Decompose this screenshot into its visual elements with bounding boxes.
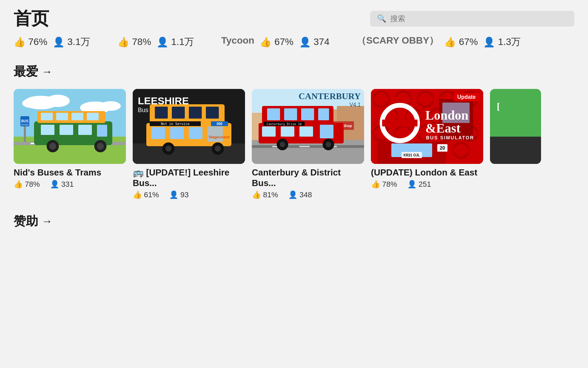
players-leeshire: 93 xyxy=(180,190,189,199)
sponsor-arrow[interactable]: → xyxy=(42,215,52,228)
svg-text:000: 000 xyxy=(217,122,223,126)
like-icon-2: 👍 xyxy=(117,36,129,48)
players-icon-nid: 👤 xyxy=(50,180,59,189)
svg-point-28 xyxy=(97,143,104,150)
svg-point-2 xyxy=(46,95,70,107)
players-icon-canterbury: 👤 xyxy=(288,190,297,199)
like-pct-london: 78% xyxy=(382,180,397,189)
svg-rect-19 xyxy=(71,113,83,120)
svg-point-26 xyxy=(49,143,56,150)
game-stats-canterbury: 👍 81% 👤 348 xyxy=(252,190,364,199)
stat-like-1: 👍 76% xyxy=(14,36,47,48)
game-card-nid[interactable]: BUS STOP xyxy=(14,89,126,199)
svg-rect-38 xyxy=(206,107,219,119)
partial-title-3: Tycoon xyxy=(221,35,254,46)
svg-text:CANTERBURY: CANTERBURY xyxy=(298,91,361,101)
favorites-games-row: BUS STOP xyxy=(0,89,588,199)
svg-text:BUS SIMULATOR: BUS SIMULATOR xyxy=(426,135,474,140)
leeshire-scene: LEESHIRE Bus Simulator xyxy=(133,89,245,164)
search-input[interactable] xyxy=(390,14,568,23)
svg-rect-73 xyxy=(299,126,313,137)
svg-text:[: [ xyxy=(497,101,500,111)
players-london: 251 xyxy=(419,180,431,189)
page-container: 首页 🔍 👍 76% 👤 3.1万 👍 78% 👤 xyxy=(0,0,588,230)
game-stat-like-canterbury: 👍 81% xyxy=(252,190,278,199)
search-icon: 🔍 xyxy=(377,14,386,23)
like-pct-leeshire: 61% xyxy=(144,190,159,199)
players-icon-leeshire: 👤 xyxy=(169,190,178,199)
svg-rect-70 xyxy=(318,108,329,120)
game-thumbnail-london: KR21 OJL 20 London &East BUS SIMULA xyxy=(371,89,483,164)
svg-text:KR21 OJL: KR21 OJL xyxy=(404,153,420,157)
stat-like-4: 👍 67% xyxy=(444,36,478,48)
sponsor-section: 赞助 → xyxy=(0,213,588,230)
top-stat-group-1: 👍 76% 👤 3.1万 xyxy=(14,35,90,48)
sponsor-title: 赞助 xyxy=(14,213,38,230)
players-icon-london: 👤 xyxy=(407,180,416,189)
top-stat-group-3: Tycoon 👍 67% 👤 374 xyxy=(221,35,329,49)
nid-scene: BUS STOP xyxy=(14,89,126,164)
top-stat-group-2: 👍 78% 👤 1.1万 xyxy=(117,35,194,48)
like-icon-1: 👍 xyxy=(14,36,26,48)
svg-rect-22 xyxy=(60,125,73,135)
game-card-london[interactable]: KR21 OJL 20 London &East BUS SIMULA xyxy=(371,89,483,199)
svg-rect-69 xyxy=(301,108,314,120)
svg-text:20: 20 xyxy=(440,145,445,151)
like-icon-leeshire: 👍 xyxy=(133,190,142,199)
stat-players-2: 👤 1.1万 xyxy=(157,35,194,48)
svg-text:&East: &East xyxy=(425,121,461,135)
stat-players-1: 👤 3.1万 xyxy=(53,35,90,48)
svg-rect-42 xyxy=(208,126,223,142)
svg-rect-36 xyxy=(172,107,185,119)
game-stat-players-london: 👤 251 xyxy=(407,180,431,189)
favorites-arrow[interactable]: → xyxy=(42,65,52,78)
like-pct-canterbury: 81% xyxy=(263,190,278,199)
stat-players-4: 👤 1.3万 xyxy=(483,35,521,48)
players-nid: 331 xyxy=(61,180,74,189)
svg-text:Not in Service: Not in Service xyxy=(161,122,190,126)
game-name-leeshire: 🚌 [UPDATE!] Leeshire Bus... xyxy=(133,167,245,188)
game-name-nid: Nid's Buses & Trams xyxy=(14,167,126,178)
stat-like-3: 👍 67% xyxy=(260,36,293,48)
svg-rect-59 xyxy=(299,146,310,147)
game-stat-like-nid: 👍 78% xyxy=(14,180,40,189)
game-stat-like-london: 👍 78% xyxy=(371,180,397,189)
svg-rect-132 xyxy=(490,137,541,164)
svg-rect-87 xyxy=(418,97,433,102)
game-card-partial[interactable]: [ xyxy=(490,89,541,199)
svg-text:Stagecoach: Stagecoach xyxy=(209,135,230,139)
svg-rect-127 xyxy=(382,120,418,126)
sponsor-section-header: 赞助 → xyxy=(14,213,574,230)
svg-text:Canterbury Drive 14: Canterbury Drive 14 xyxy=(267,122,302,126)
svg-point-50 xyxy=(215,145,221,152)
game-thumbnail-leeshire: LEESHIRE Bus Simulator xyxy=(133,89,245,164)
svg-point-3 xyxy=(22,98,43,108)
svg-rect-18 xyxy=(56,113,68,120)
svg-text:BUS: BUS xyxy=(21,119,28,123)
svg-rect-21 xyxy=(41,125,54,135)
game-thumbnail-partial: [ xyxy=(490,89,541,164)
svg-rect-56 xyxy=(252,140,364,164)
svg-rect-68 xyxy=(284,108,297,120)
game-stat-players-leeshire: 👤 93 xyxy=(169,190,189,199)
game-thumbnail-canterbury: Artisan Shop CANTERBURY V4.1 xyxy=(252,89,364,164)
svg-rect-20 xyxy=(87,113,99,120)
svg-point-78 xyxy=(280,142,285,147)
stat-like-2: 👍 78% xyxy=(117,36,151,48)
svg-point-80 xyxy=(326,142,331,147)
search-bar[interactable]: 🔍 xyxy=(370,11,574,27)
svg-rect-71 xyxy=(262,126,276,137)
game-card-canterbury[interactable]: Artisan Shop CANTERBURY V4.1 xyxy=(252,89,364,199)
svg-rect-83 xyxy=(374,97,389,102)
svg-point-48 xyxy=(165,145,172,152)
game-thumbnail-nid: BUS STOP xyxy=(14,89,126,164)
svg-rect-39 xyxy=(151,127,165,139)
svg-rect-85 xyxy=(396,97,411,102)
favorites-section-header: 最爱 → xyxy=(0,60,588,83)
svg-rect-17 xyxy=(41,113,53,120)
page-title: 首页 xyxy=(14,7,49,31)
svg-rect-37 xyxy=(189,107,202,119)
like-icon-nid: 👍 xyxy=(14,180,23,189)
svg-point-5 xyxy=(100,101,121,111)
game-card-leeshire[interactable]: LEESHIRE Bus Simulator xyxy=(133,89,245,199)
